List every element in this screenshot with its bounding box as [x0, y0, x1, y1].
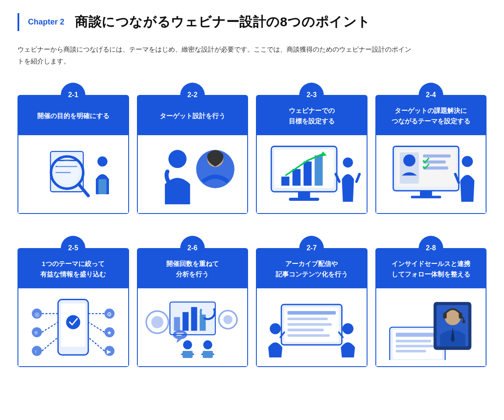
- card-title-1: 開催の目的を明確にする: [37, 111, 109, 121]
- svg-point-7: [98, 157, 108, 167]
- svg-rect-61: [174, 317, 180, 331]
- svg-line-49: [88, 337, 105, 351]
- card-8: インサイドセールスと連携 してフォロー体制を整える: [375, 248, 487, 367]
- card-illustration-8: [376, 288, 486, 366]
- svg-point-21: [343, 158, 353, 168]
- svg-point-82: [343, 323, 354, 334]
- svg-rect-62: [182, 312, 189, 331]
- card-title-5: 1つのテーマに絞って 有益な情報を盛り込む: [40, 259, 106, 280]
- svg-rect-16: [281, 177, 289, 186]
- svg-text:↑: ↑: [35, 349, 37, 355]
- card-badge-6: 2-6: [180, 236, 205, 260]
- card-3: ウェビナーでの 目標を設定する: [256, 95, 368, 214]
- svg-rect-14: [298, 192, 310, 199]
- svg-point-69: [203, 340, 212, 350]
- svg-rect-63: [191, 307, 197, 331]
- card-illustration-5: ◎ ≡ ↑ ⚙ ★ ▶: [18, 288, 128, 366]
- card-wrapper-3: 2-3ウェビナーでの 目標を設定する: [256, 95, 368, 214]
- svg-rect-18: [304, 161, 312, 186]
- card-title-7: アーカイブ配信や 記事コンテンツ化を行う: [276, 259, 348, 280]
- card-badge-2: 2-2: [180, 83, 205, 107]
- svg-line-43: [42, 337, 58, 351]
- card-illustration-3: [257, 135, 367, 213]
- chapter-label: Chapter 2: [28, 18, 64, 27]
- card-title-2: ターゲット設計を行う: [160, 111, 225, 121]
- svg-point-29: [403, 154, 415, 167]
- svg-point-71: [173, 330, 187, 340]
- svg-point-81: [270, 323, 281, 334]
- svg-point-9: [168, 150, 186, 168]
- svg-line-23: [357, 174, 360, 182]
- card-5: 1つのテーマに絞って 有益な情報を盛り込む: [18, 248, 129, 367]
- svg-point-33: [462, 156, 472, 167]
- svg-rect-17: [292, 169, 300, 186]
- card-badge-5: 2-5: [61, 236, 85, 260]
- card-badge-8: 2-8: [419, 236, 443, 260]
- svg-text:▶: ▶: [107, 349, 111, 355]
- card-title-8: インサイドセールスと連携 してフォロー体制を整える: [392, 259, 470, 280]
- card-illustration-1: [18, 135, 128, 213]
- card-wrapper-8: 2-8インサイドセールスと連携 してフォロー体制を整える: [375, 248, 487, 367]
- card-wrapper-6: 2-6開催回数を重ねて 分析を行う: [137, 248, 248, 367]
- svg-rect-76: [287, 311, 336, 315]
- card-title-4: ターゲットの課題解決に つながるテーマを設定する: [392, 105, 470, 126]
- svg-point-59: [223, 315, 232, 324]
- card-wrapper-5: 2-51つのテーマに絞って 有益な情報を盛り込む: [18, 248, 129, 367]
- svg-point-5: [55, 161, 79, 185]
- card-illustration-4: [376, 135, 486, 213]
- card-badge-3: 2-3: [299, 83, 324, 107]
- svg-point-98: [462, 320, 465, 323]
- svg-rect-19: [315, 155, 322, 186]
- svg-rect-68: [182, 351, 192, 358]
- svg-rect-27: [411, 196, 441, 198]
- card-illustration-2: [138, 135, 248, 213]
- card-wrapper-7: 2-7アーカイブ配信や 記事コンテンツ化を行う: [256, 248, 368, 367]
- card-wrapper-1: 2-1開催の目的を明確にする: [18, 95, 129, 214]
- card-title-3: ウェビナーでの 目標を設定する: [289, 105, 335, 126]
- card-badge-7: 2-7: [299, 236, 324, 260]
- card-title-6: 開催回数を重ねて 分析を行う: [166, 259, 219, 280]
- card-2: ターゲット設計を行う: [137, 95, 248, 214]
- svg-rect-88: [396, 332, 439, 336]
- svg-text:≡: ≡: [35, 330, 38, 336]
- card-wrapper-2: 2-2ターゲット設計を行う: [137, 95, 248, 214]
- svg-point-67: [183, 340, 192, 350]
- svg-rect-91: [396, 350, 426, 353]
- svg-line-41: [42, 322, 58, 332]
- svg-text:⚙: ⚙: [107, 311, 112, 317]
- card-badge-4: 2-4: [419, 83, 443, 107]
- svg-rect-8: [98, 179, 106, 194]
- chapter-header: Chapter 2 商談につながるウェビナー設計の8つのポイント: [18, 13, 486, 31]
- card-wrapper-4: 2-4ターゲットの課題解決に つながるテーマを設定する: [375, 95, 487, 214]
- svg-text:★: ★: [107, 330, 112, 336]
- svg-rect-15: [289, 198, 319, 201]
- svg-line-47: [88, 322, 105, 332]
- card-1: 開催の目的を明確にする: [18, 95, 129, 214]
- chapter-title: 商談につながるウェビナー設計の8つのポイント: [75, 13, 371, 31]
- card-illustration-7: [257, 288, 367, 366]
- description-text: ウェビナーから商談につなげるには、テーマをはじめ、緻密な設計が必要です。ここでは…: [18, 43, 411, 67]
- svg-rect-77: [287, 318, 328, 320]
- svg-point-37: [66, 315, 80, 329]
- svg-rect-70: [203, 351, 213, 358]
- cards-grid: 2-1開催の目的を明確にする 2-2ターゲット設計を行う: [18, 83, 486, 367]
- svg-text:◎: ◎: [35, 311, 39, 317]
- svg-rect-30: [423, 154, 450, 158]
- svg-rect-79: [287, 329, 324, 331]
- svg-rect-97: [458, 312, 462, 318]
- svg-rect-89: [396, 340, 431, 343]
- svg-rect-78: [287, 323, 332, 326]
- card-illustration-6: [138, 288, 248, 366]
- card-6: 開催回数を重ねて 分析を行う: [137, 248, 248, 367]
- svg-rect-90: [396, 345, 435, 347]
- svg-rect-80: [287, 334, 330, 337]
- svg-point-57: [151, 316, 163, 328]
- card-4: ターゲットの課題解決に つながるテーマを設定する: [375, 95, 487, 214]
- card-7: アーカイブ配信や 記事コンテンツ化を行う: [256, 248, 368, 367]
- svg-rect-96: [443, 312, 446, 318]
- card-badge-1: 2-1: [61, 83, 85, 107]
